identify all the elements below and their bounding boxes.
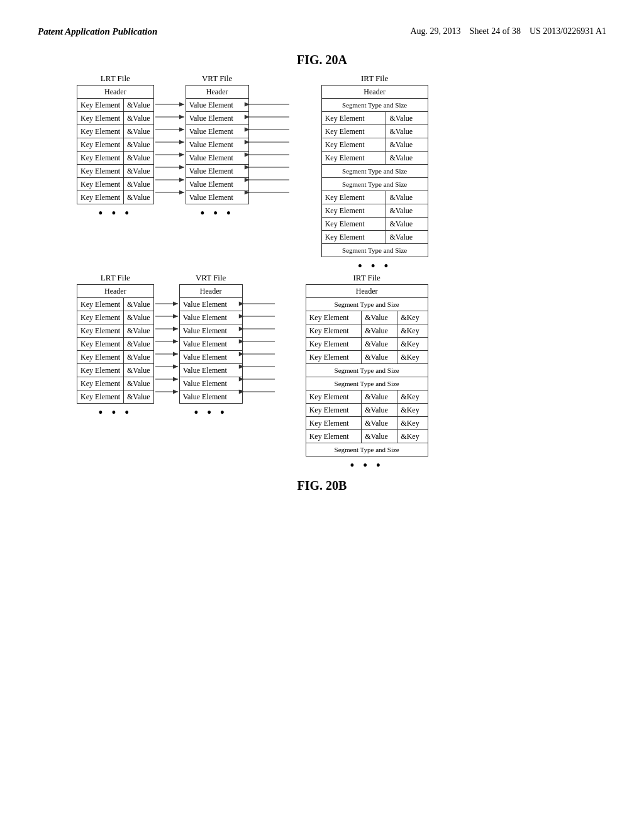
irt-b-r8k: Key Element (306, 430, 362, 443)
fig20b-diagram: LRT File Header Key Element&Value Key El… (77, 273, 567, 472)
irt-b-seg2: Segment Type and Size (306, 364, 428, 377)
irt-b-r2k2: &Key (397, 324, 428, 338)
irt-b-header: Header (306, 285, 428, 298)
vrt-b-r5: Value Element (179, 351, 242, 364)
irt-seg2: Segment Type and Size (321, 165, 428, 178)
irt-b-r4k2: &Key (397, 351, 428, 364)
irt-r2-key: Key Element (321, 125, 386, 138)
irt-b-r4k: Key Element (306, 351, 362, 364)
lrt-b-r5v: &Value (123, 351, 153, 364)
lrt-header: Header (77, 86, 154, 99)
vrt-row3: Value Element (186, 125, 248, 138)
irt-b-r5k: Key Element (306, 390, 362, 404)
irt-r2-val: &Value (386, 125, 428, 138)
lrt-b-r6v: &Value (123, 364, 153, 377)
lrt-row8-val: &Value (123, 191, 153, 204)
irt-r6-val: &Value (386, 204, 428, 218)
irt-r3-key: Key Element (321, 138, 386, 152)
header-date: Aug. 29, 2013 (410, 26, 460, 36)
lrt-row8-key: Key Element (77, 191, 124, 204)
irt-r3-val: &Value (386, 138, 428, 152)
irt-r5-val: &Value (386, 191, 428, 204)
lrt-row3-key: Key Element (77, 125, 124, 138)
vrt-b-r2: Value Element (179, 311, 242, 324)
lrt-label-b: LRT File (101, 273, 130, 283)
vrt-b-r7: Value Element (179, 377, 242, 390)
irt-b-seg3: Segment Type and Size (306, 377, 428, 390)
vrt-section-b: VRT File Header Value Element Value Elem… (179, 273, 243, 419)
lrt-row2-val: &Value (123, 112, 153, 125)
vrt-dots: • • • (201, 207, 234, 220)
lrt-vrt-arrows (155, 99, 188, 199)
irt-b-r7k: Key Element (306, 417, 362, 430)
lrt-row4-val: &Value (123, 138, 153, 152)
irt-b-r6k2: &Key (397, 404, 428, 417)
irt-b-seg4: Segment Type and Size (306, 443, 428, 456)
lrt-row7-key: Key Element (77, 178, 124, 191)
irt-b-r5k2: &Key (397, 390, 428, 404)
vrt-b-r1: Value Element (179, 298, 242, 311)
irt-b-r3k2: &Key (397, 338, 428, 351)
lrt-row7-val: &Value (123, 178, 153, 191)
irt-b-dots: • • • (350, 459, 384, 472)
lrt-row4-key: Key Element (77, 138, 124, 152)
vrt-b-dots: • • • (194, 406, 228, 419)
irt-r1-val: &Value (386, 112, 428, 125)
lrt-b-r2v: &Value (123, 311, 153, 324)
header-left: Patent Application Publication (38, 25, 157, 38)
fig20a-diagram: LRT File Header Key Element&Value Key El… (77, 74, 567, 273)
lrt-table-b: Header Key Element&Value Key Element&Val… (77, 284, 154, 404)
irt-r5-key: Key Element (321, 191, 386, 204)
lrt-b-r3k: Key Element (77, 324, 124, 338)
vrt-table-b: Header Value Element Value Element Value… (179, 284, 243, 404)
lrt-row5-val: &Value (123, 152, 153, 165)
lrt-table: Header Key Element&Value Key Element&Val… (77, 85, 154, 204)
fig20b-bottom-title: FIG. 20B (38, 479, 606, 493)
lrt-label: LRT File (101, 74, 130, 84)
lrt-b-r6k: Key Element (77, 364, 124, 377)
irt-seg4: Segment Type and Size (321, 244, 428, 257)
vrt-label-b: VRT File (196, 273, 226, 283)
lrt-b-r7k: Key Element (77, 377, 124, 390)
irt-seg3: Segment Type and Size (321, 178, 428, 191)
vrt-row4: Value Element (186, 138, 248, 152)
irt-b-r1k2: &Key (397, 311, 428, 324)
lrt-b-r1k: Key Element (77, 298, 124, 311)
irt-r8-val: &Value (386, 231, 428, 244)
irt-b-r8k2: &Key (397, 430, 428, 443)
lrt-row6-key: Key Element (77, 165, 124, 178)
header-right: Aug. 29, 2013 Sheet 24 of 38 US 2013/022… (410, 25, 606, 38)
lrt-vrt-arrows-b (155, 298, 182, 399)
lrt-b-r1v: &Value (123, 298, 153, 311)
lrt-row3-val: &Value (123, 125, 153, 138)
irt-b-r1k: Key Element (306, 311, 362, 324)
vrt-row8: Value Element (186, 191, 248, 204)
vrt-header-b: Header (179, 285, 242, 298)
irt-r6-key: Key Element (321, 204, 386, 218)
irt-b-r3k: Key Element (306, 338, 362, 351)
irt-b-r7v: &Value (362, 417, 397, 430)
vrt-row1: Value Element (186, 99, 248, 112)
irt-r7-val: &Value (386, 218, 428, 231)
irt-b-r8v: &Value (362, 430, 397, 443)
lrt-b-r7v: &Value (123, 377, 153, 390)
vrt-b-r4: Value Element (179, 338, 242, 351)
irt-b-r4v: &Value (362, 351, 397, 364)
lrt-b-r4v: &Value (123, 338, 153, 351)
vrt-label: VRT File (202, 74, 232, 84)
irt-r4-val: &Value (386, 152, 428, 165)
lrt-file-block-b: LRT File Header Key Element&Value Key El… (77, 273, 154, 419)
vrt-b-r6: Value Element (179, 364, 242, 377)
lrt-header-b: Header (77, 285, 154, 298)
vrt-row5: Value Element (186, 152, 248, 165)
page-header: Patent Application Publication Aug. 29, … (38, 25, 606, 42)
lrt-b-dots: • • • (99, 406, 132, 419)
irt-header: Header (321, 86, 428, 99)
lrt-row6-val: &Value (123, 165, 153, 178)
irt-r1-key: Key Element (321, 112, 386, 125)
irt-b-r7k2: &Key (397, 417, 428, 430)
irt-b-r5v: &Value (362, 390, 397, 404)
irt-b-r1v: &Value (362, 311, 397, 324)
lrt-b-r3v: &Value (123, 324, 153, 338)
lrt-row2-key: Key Element (77, 112, 124, 125)
